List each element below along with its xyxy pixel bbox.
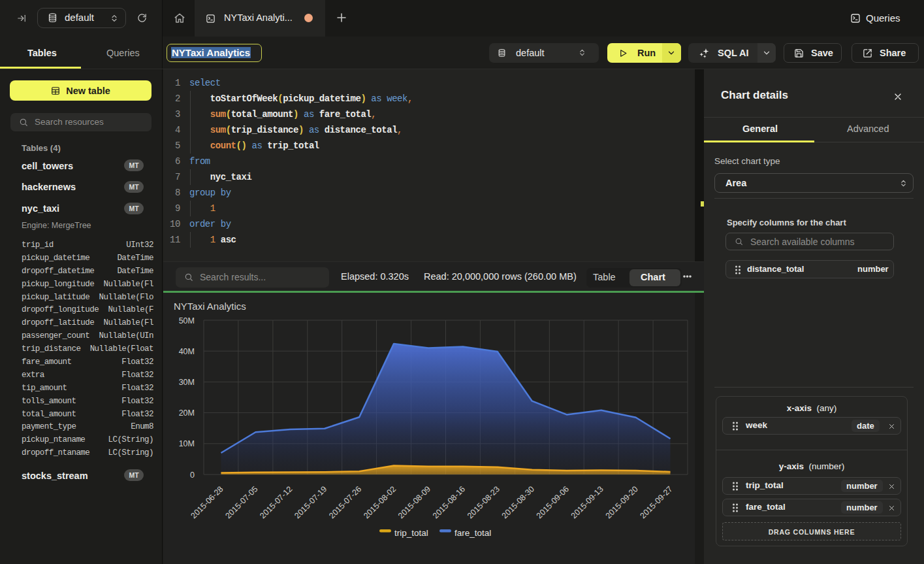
svg-text:2015-07-26: 2015-07-26 [327, 484, 363, 520]
svg-text:trip_total: trip_total [394, 528, 428, 538]
svg-text:50M: 50M [179, 316, 195, 325]
svg-text:2015-08-23: 2015-08-23 [466, 484, 502, 520]
svg-text:0: 0 [190, 471, 195, 480]
svg-text:30M: 30M [179, 378, 195, 387]
svg-text:20M: 20M [179, 408, 195, 418]
svg-text:2015-06-28: 2015-06-28 [189, 484, 225, 520]
svg-text:10M: 10M [179, 439, 195, 448]
svg-text:40M: 40M [179, 347, 195, 356]
svg-text:2015-09-13: 2015-09-13 [569, 484, 605, 520]
svg-text:fare_total: fare_total [454, 528, 491, 538]
svg-text:2015-07-12: 2015-07-12 [258, 484, 294, 520]
svg-text:2015-08-30: 2015-08-30 [500, 484, 536, 520]
svg-text:2015-09-27: 2015-09-27 [639, 484, 675, 520]
svg-text:2015-08-16: 2015-08-16 [431, 484, 467, 520]
svg-text:2015-07-05: 2015-07-05 [223, 484, 259, 520]
svg-text:2015-09-06: 2015-09-06 [535, 484, 571, 520]
svg-text:2015-08-09: 2015-08-09 [396, 484, 432, 520]
svg-text:2015-09-20: 2015-09-20 [604, 484, 640, 520]
svg-text:2015-08-02: 2015-08-02 [362, 484, 398, 520]
svg-text:2015-07-19: 2015-07-19 [293, 484, 328, 520]
